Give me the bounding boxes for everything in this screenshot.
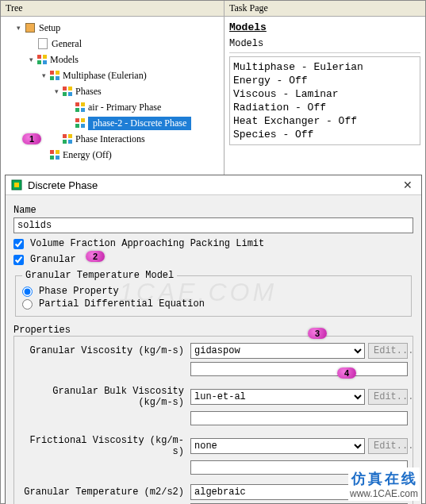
- properties-title: Properties: [13, 325, 413, 336]
- models-list[interactable]: Multiphase - Eulerian Energy - Off Visco…: [229, 56, 420, 145]
- dialog-close-button[interactable]: ✕: [399, 178, 416, 192]
- granular-viscosity-value-input[interactable]: [190, 362, 408, 376]
- radio-row-phase-property: Phase Property: [22, 286, 405, 297]
- list-item[interactable]: Species - Off: [233, 128, 416, 141]
- frictional-viscosity-select[interactable]: none: [190, 438, 365, 454]
- tree-item-label: air - Primary Phase: [88, 102, 161, 113]
- checkbox-row-granular: Granular: [13, 254, 413, 265]
- app-icon: [10, 179, 23, 191]
- tree-item-label: Setup: [39, 22, 60, 34]
- dialog-titlebar: Discrete Phase ✕: [6, 175, 421, 195]
- list-item[interactable]: Heat Exchanger - Off: [233, 114, 416, 128]
- granular-temperature-model-box: Granular Temperature Model Phase Propert…: [15, 270, 412, 317]
- models-icon: [37, 55, 47, 64]
- footer-brand: 仿真在线 www.1CAE.com: [348, 467, 420, 501]
- document-icon: [37, 38, 48, 49]
- pde-radio[interactable]: [22, 299, 33, 310]
- models-icon: [50, 71, 59, 80]
- tree-item-phase2-discrete[interactable]: phase-2 - Discrete Phase: [2, 115, 222, 131]
- tree-item-air-primary[interactable]: air - Primary Phase: [2, 99, 222, 115]
- property-label: Granular Temperature (m2/s2): [19, 487, 187, 498]
- list-item[interactable]: Energy - Off: [233, 74, 416, 87]
- divider: [229, 52, 420, 53]
- footer-cn: 仿真在线: [351, 469, 418, 488]
- list-item[interactable]: Multiphase - Eulerian: [233, 60, 416, 74]
- dialog-title: Discrete Phase: [28, 179, 399, 191]
- models-icon: [75, 118, 85, 128]
- edit-button[interactable]: Edit...: [368, 343, 408, 359]
- phase-property-label: Phase Property: [39, 286, 119, 297]
- checkbox-row-packing-limit: Volume Fraction Approaching Packing Limi…: [13, 238, 413, 249]
- phase-property-radio[interactable]: [22, 287, 33, 297]
- property-label: Granular Viscosity (kg/m-s): [19, 345, 187, 356]
- granular-checkbox[interactable]: [13, 255, 24, 265]
- task-sub-heading: Models: [229, 38, 420, 49]
- chevron-down-icon[interactable]: ▾: [52, 87, 61, 96]
- packing-limit-label: Volume Fraction Approaching Packing Limi…: [30, 238, 264, 249]
- chevron-down-icon[interactable]: ▾: [39, 71, 48, 80]
- models-icon: [50, 150, 59, 160]
- svg-rect-1: [14, 183, 19, 187]
- radio-row-pde: Partial Differential Equation: [22, 298, 405, 310]
- task-panel-header: Task Page: [225, 1, 425, 17]
- packing-limit-checkbox[interactable]: [13, 239, 24, 249]
- models-icon: [63, 134, 72, 144]
- name-label: Name: [13, 205, 413, 216]
- dialog-body: Name Volume Fraction Approaching Packing…: [6, 195, 421, 504]
- granular-viscosity-select[interactable]: gidaspow: [190, 343, 365, 359]
- edit-button[interactable]: Edit...: [368, 438, 408, 454]
- chevron-down-icon[interactable]: ▾: [26, 55, 36, 64]
- edit-button[interactable]: Edit...: [368, 389, 408, 405]
- tree-item-phase-interactions[interactable]: Phase Interactions: [2, 131, 222, 147]
- tree-item-setup[interactable]: ▾ Setup: [2, 20, 222, 36]
- tree-item-label: General: [52, 38, 82, 50]
- list-item[interactable]: Radiation - Off: [233, 101, 416, 114]
- property-label: Granular Bulk Viscosity (kg/m-s): [19, 386, 187, 408]
- property-row-granular-bulk-viscosity: Granular Bulk Viscosity (kg/m-s) lun-et-…: [19, 386, 408, 408]
- granular-bulk-viscosity-select[interactable]: lun-et-al: [190, 389, 365, 405]
- footer-url: www.1CAE.com: [350, 488, 418, 499]
- gtm-title: Granular Temperature Model: [22, 270, 177, 281]
- tree-item-energy[interactable]: Energy (Off): [2, 147, 222, 163]
- models-icon: [75, 102, 85, 112]
- setup-icon: [25, 22, 36, 33]
- tree-item-label: Energy (Off): [63, 149, 112, 161]
- close-icon: ✕: [403, 179, 413, 191]
- granular-bulk-viscosity-value-input[interactable]: [190, 411, 408, 425]
- chevron-down-icon[interactable]: ▾: [13, 23, 23, 33]
- tree-item-label: Multiphase (Eulerian): [63, 70, 147, 82]
- models-icon: [63, 87, 72, 96]
- list-item[interactable]: Viscous - Laminar: [233, 87, 416, 101]
- tree-item-phases[interactable]: ▾ Phases: [2, 83, 222, 99]
- pde-label: Partial Differential Equation: [39, 298, 205, 310]
- tree-item-general[interactable]: General: [2, 36, 222, 52]
- tree-item-models[interactable]: ▾ Models: [2, 52, 222, 67]
- property-label: Frictional Viscosity (kg/m-s): [19, 435, 187, 457]
- tree-item-label: Models: [50, 54, 79, 66]
- task-heading: Models: [229, 21, 420, 33]
- task-body: Models Models Multiphase - Eulerian Ener…: [225, 17, 425, 150]
- tree-panel-header: Tree: [1, 1, 224, 17]
- tree-item-multiphase[interactable]: ▾ Multiphase (Eulerian): [2, 67, 222, 83]
- property-row-frictional-viscosity: Frictional Viscosity (kg/m-s) none Edit.…: [19, 435, 408, 457]
- tree-item-label: Phase Interactions: [75, 133, 145, 145]
- property-row-granular-viscosity: Granular Viscosity (kg/m-s) gidaspow Edi…: [19, 343, 408, 359]
- granular-temperature-select[interactable]: algebraic: [190, 484, 365, 500]
- tree-item-label: phase-2 - Discrete Phase: [88, 117, 191, 130]
- name-input[interactable]: [13, 217, 413, 233]
- tree-item-label: Phases: [75, 86, 102, 98]
- granular-label: Granular: [30, 254, 76, 265]
- discrete-phase-dialog: Discrete Phase ✕ Name Volume Fraction Ap…: [5, 175, 422, 504]
